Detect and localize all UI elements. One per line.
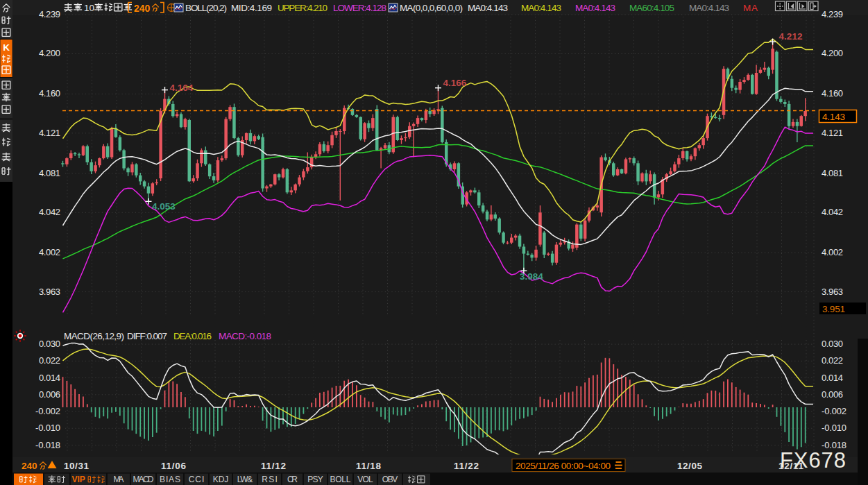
svg-text:4.121: 4.121 [39,128,60,138]
svg-text:11/06: 11/06 [161,461,186,471]
svg-text:0.022: 0.022 [822,355,843,366]
svg-text:4.200: 4.200 [822,48,843,58]
svg-text:3.963: 3.963 [39,287,60,297]
svg-text:-0.002: -0.002 [35,406,60,416]
svg-text:4.053: 4.053 [152,201,176,212]
svg-text:3.951: 3.951 [822,304,845,314]
svg-text:-0.010: -0.010 [822,423,846,433]
svg-text:-0.002: -0.002 [822,406,846,416]
svg-text:MA0:4.143: MA0:4.143 [689,3,729,13]
svg-text:MA(0,0,0,60,0,0): MA(0,0,0,60,0,0) [400,3,463,13]
svg-text:4.042: 4.042 [39,207,60,217]
svg-text:BOLL(20,2): BOLL(20,2) [185,3,227,13]
svg-text:PSY: PSY [307,475,323,484]
svg-text:RSI: RSI [262,475,278,484]
svg-text:4.160: 4.160 [39,88,60,99]
svg-text:4.121: 4.121 [822,128,843,138]
svg-text:0.030: 0.030 [822,339,843,349]
svg-text:0.022: 0.022 [39,355,60,366]
svg-text:3.963: 3.963 [822,287,843,297]
svg-text:0.014: 0.014 [39,373,60,383]
svg-text:MACD:-0.018: MACD:-0.018 [219,331,271,341]
svg-text:0.030: 0.030 [39,339,60,349]
svg-text:4.200: 4.200 [39,48,60,58]
svg-text:MA0:4.143: MA0:4.143 [521,3,561,13]
svg-text:10: 10 [84,3,94,13]
svg-text:MID:4.169: MID:4.169 [231,3,272,13]
svg-text:BIAS: BIAS [160,475,180,484]
svg-text:11/12: 11/12 [261,461,286,471]
svg-text:4.002: 4.002 [39,247,60,257]
svg-text:-0.010: -0.010 [35,423,60,433]
svg-text:VOL: VOL [357,475,373,484]
svg-text:12/05: 12/05 [677,461,702,471]
svg-text:4.081: 4.081 [39,168,60,178]
svg-text:240: 240 [22,461,37,471]
svg-text:11/18: 11/18 [356,461,381,471]
svg-text:CR: CR [287,475,298,484]
svg-text:MA: MA [743,3,758,13]
svg-text:FX678: FX678 [780,448,846,473]
svg-text:VIP: VIP [72,475,85,484]
svg-text:BOLL: BOLL [330,475,351,484]
svg-text:4.166: 4.166 [443,78,466,88]
svg-text:10/31: 10/31 [64,461,89,471]
svg-text:MACD: MACD [133,475,154,484]
svg-text:MA0:4.143: MA0:4.143 [575,3,615,13]
svg-text:4.143: 4.143 [822,112,845,122]
svg-text:4.081: 4.081 [822,168,843,178]
svg-text:4.164: 4.164 [170,83,194,93]
svg-text:MA: MA [114,475,124,484]
svg-text:OBV: OBV [382,475,398,484]
svg-text:DEA:0.016: DEA:0.016 [173,331,212,341]
svg-text:4.160: 4.160 [822,88,843,99]
svg-text:0.006: 0.006 [39,389,60,400]
svg-text:MA0:4.143: MA0:4.143 [468,3,508,13]
svg-text:KDJ: KDJ [213,475,229,484]
svg-text:LW&: LW& [237,475,253,484]
svg-text:MA60:4.105: MA60:4.105 [629,3,674,13]
svg-text:3.984: 3.984 [520,271,543,282]
svg-text:-0.018: -0.018 [35,440,60,450]
svg-text:240: 240 [134,3,151,14]
svg-text:2025/11/26 00:00~04:00: 2025/11/26 00:00~04:00 [516,461,611,471]
svg-text:MACD(26,12,9): MACD(26,12,9) [64,331,124,341]
svg-text:4.212: 4.212 [779,31,803,42]
svg-text:DIFF:0.007: DIFF:0.007 [127,331,167,341]
svg-text:0.014: 0.014 [822,373,843,383]
svg-text:4.239: 4.239 [822,9,843,19]
svg-text:0.006: 0.006 [822,389,843,400]
svg-text:CCI: CCI [189,475,205,484]
svg-text:K: K [3,42,10,53]
svg-text:11/22: 11/22 [454,461,479,471]
svg-text:4.042: 4.042 [822,207,843,217]
svg-text:UPPER:4.210: UPPER:4.210 [278,3,327,13]
svg-text:4.002: 4.002 [822,247,843,257]
svg-text:LOWER:4.128: LOWER:4.128 [333,3,386,13]
svg-text:4.239: 4.239 [39,9,60,19]
